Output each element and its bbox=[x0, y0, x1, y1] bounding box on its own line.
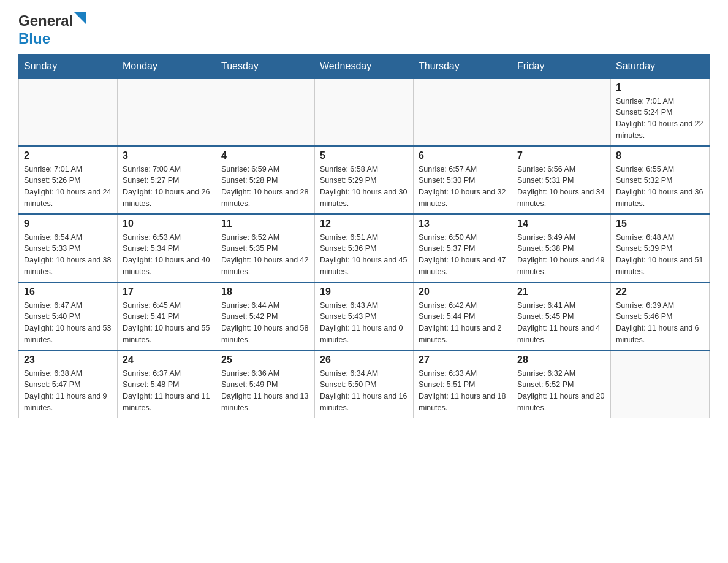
calendar-cell: 20Sunrise: 6:42 AMSunset: 5:44 PMDayligh… bbox=[414, 282, 512, 350]
calendar-cell bbox=[118, 78, 216, 146]
calendar-cell: 15Sunrise: 6:48 AMSunset: 5:39 PMDayligh… bbox=[611, 214, 710, 282]
calendar-cell: 28Sunrise: 6:32 AMSunset: 5:52 PMDayligh… bbox=[512, 350, 611, 418]
day-number: 9 bbox=[24, 218, 112, 229]
day-info: Sunrise: 7:00 AMSunset: 5:27 PMDaylight:… bbox=[123, 164, 211, 210]
logo-blue-text: Blue bbox=[18, 30, 50, 47]
calendar-cell: 13Sunrise: 6:50 AMSunset: 5:37 PMDayligh… bbox=[414, 214, 512, 282]
logo: General Blue bbox=[18, 12, 86, 48]
calendar-cell: 10Sunrise: 6:53 AMSunset: 5:34 PMDayligh… bbox=[118, 214, 216, 282]
day-info: Sunrise: 6:37 AMSunset: 5:48 PMDaylight:… bbox=[123, 368, 211, 414]
day-info: Sunrise: 6:44 AMSunset: 5:42 PMDaylight:… bbox=[221, 300, 309, 346]
calendar-table: SundayMondayTuesdayWednesdayThursdayFrid… bbox=[18, 54, 710, 418]
calendar-week-row: 9Sunrise: 6:54 AMSunset: 5:33 PMDaylight… bbox=[19, 214, 710, 282]
day-number: 17 bbox=[123, 286, 211, 297]
weekday-header-row: SundayMondayTuesdayWednesdayThursdayFrid… bbox=[19, 54, 710, 78]
weekday-header-tuesday: Tuesday bbox=[216, 54, 315, 78]
calendar-cell: 19Sunrise: 6:43 AMSunset: 5:43 PMDayligh… bbox=[315, 282, 414, 350]
day-number: 19 bbox=[320, 286, 408, 297]
day-number: 16 bbox=[24, 286, 112, 297]
calendar-cell: 12Sunrise: 6:51 AMSunset: 5:36 PMDayligh… bbox=[315, 214, 414, 282]
day-info: Sunrise: 6:59 AMSunset: 5:28 PMDaylight:… bbox=[221, 164, 309, 210]
day-info: Sunrise: 6:39 AMSunset: 5:46 PMDaylight:… bbox=[616, 300, 704, 346]
day-info: Sunrise: 7:01 AMSunset: 5:26 PMDaylight:… bbox=[24, 164, 112, 210]
day-number: 21 bbox=[517, 286, 605, 297]
calendar-cell bbox=[512, 78, 611, 146]
weekday-header-wednesday: Wednesday bbox=[315, 54, 414, 78]
calendar-cell: 4Sunrise: 6:59 AMSunset: 5:28 PMDaylight… bbox=[216, 146, 315, 214]
day-info: Sunrise: 6:38 AMSunset: 5:47 PMDaylight:… bbox=[24, 368, 112, 414]
day-info: Sunrise: 6:56 AMSunset: 5:31 PMDaylight:… bbox=[517, 164, 605, 210]
day-info: Sunrise: 6:47 AMSunset: 5:40 PMDaylight:… bbox=[24, 300, 112, 346]
day-info: Sunrise: 6:42 AMSunset: 5:44 PMDaylight:… bbox=[419, 300, 507, 346]
weekday-header-monday: Monday bbox=[118, 54, 216, 78]
day-info: Sunrise: 6:52 AMSunset: 5:35 PMDaylight:… bbox=[221, 232, 309, 278]
day-number: 5 bbox=[320, 150, 408, 161]
day-number: 24 bbox=[123, 354, 211, 366]
day-info: Sunrise: 6:53 AMSunset: 5:34 PMDaylight:… bbox=[123, 232, 211, 278]
calendar-week-row: 16Sunrise: 6:47 AMSunset: 5:40 PMDayligh… bbox=[19, 282, 710, 350]
calendar-cell: 3Sunrise: 7:00 AMSunset: 5:27 PMDaylight… bbox=[118, 146, 216, 214]
day-info: Sunrise: 6:50 AMSunset: 5:37 PMDaylight:… bbox=[419, 232, 507, 278]
calendar-cell: 2Sunrise: 7:01 AMSunset: 5:26 PMDaylight… bbox=[19, 146, 118, 214]
day-info: Sunrise: 6:49 AMSunset: 5:38 PMDaylight:… bbox=[517, 232, 605, 278]
calendar-week-row: 23Sunrise: 6:38 AMSunset: 5:47 PMDayligh… bbox=[19, 350, 710, 418]
calendar-week-row: 1Sunrise: 7:01 AMSunset: 5:24 PMDaylight… bbox=[19, 78, 710, 146]
calendar-cell: 16Sunrise: 6:47 AMSunset: 5:40 PMDayligh… bbox=[19, 282, 118, 350]
day-info: Sunrise: 6:43 AMSunset: 5:43 PMDaylight:… bbox=[320, 300, 408, 346]
day-number: 22 bbox=[616, 286, 704, 297]
day-info: Sunrise: 6:57 AMSunset: 5:30 PMDaylight:… bbox=[419, 164, 507, 210]
calendar-cell: 27Sunrise: 6:33 AMSunset: 5:51 PMDayligh… bbox=[414, 350, 512, 418]
calendar-cell: 21Sunrise: 6:41 AMSunset: 5:45 PMDayligh… bbox=[512, 282, 611, 350]
calendar-header: SundayMondayTuesdayWednesdayThursdayFrid… bbox=[19, 54, 710, 78]
day-info: Sunrise: 6:48 AMSunset: 5:39 PMDaylight:… bbox=[616, 232, 704, 278]
calendar-cell: 11Sunrise: 6:52 AMSunset: 5:35 PMDayligh… bbox=[216, 214, 315, 282]
day-info: Sunrise: 6:33 AMSunset: 5:51 PMDaylight:… bbox=[419, 368, 507, 414]
weekday-header-sunday: Sunday bbox=[19, 54, 118, 78]
weekday-header-saturday: Saturday bbox=[611, 54, 710, 78]
calendar-cell: 22Sunrise: 6:39 AMSunset: 5:46 PMDayligh… bbox=[611, 282, 710, 350]
day-number: 8 bbox=[616, 150, 704, 161]
page-header: General Blue bbox=[18, 12, 710, 48]
day-info: Sunrise: 6:32 AMSunset: 5:52 PMDaylight:… bbox=[517, 368, 605, 414]
day-number: 25 bbox=[221, 354, 309, 366]
svg-marker-0 bbox=[74, 12, 86, 25]
calendar-week-row: 2Sunrise: 7:01 AMSunset: 5:26 PMDaylight… bbox=[19, 146, 710, 214]
calendar-cell: 14Sunrise: 6:49 AMSunset: 5:38 PMDayligh… bbox=[512, 214, 611, 282]
calendar-cell: 17Sunrise: 6:45 AMSunset: 5:41 PMDayligh… bbox=[118, 282, 216, 350]
logo-container: General Blue bbox=[18, 12, 86, 48]
day-number: 15 bbox=[616, 218, 704, 229]
logo-general-text: General bbox=[18, 12, 73, 30]
day-info: Sunrise: 6:41 AMSunset: 5:45 PMDaylight:… bbox=[517, 300, 605, 346]
day-number: 3 bbox=[123, 150, 211, 161]
day-number: 10 bbox=[123, 218, 211, 229]
day-number: 14 bbox=[517, 218, 605, 229]
calendar-cell: 26Sunrise: 6:34 AMSunset: 5:50 PMDayligh… bbox=[315, 350, 414, 418]
day-info: Sunrise: 6:45 AMSunset: 5:41 PMDaylight:… bbox=[123, 300, 211, 346]
day-number: 11 bbox=[221, 218, 309, 229]
weekday-header-thursday: Thursday bbox=[414, 54, 512, 78]
calendar-cell bbox=[19, 78, 118, 146]
day-info: Sunrise: 6:51 AMSunset: 5:36 PMDaylight:… bbox=[320, 232, 408, 278]
day-number: 26 bbox=[320, 354, 408, 366]
calendar-cell: 9Sunrise: 6:54 AMSunset: 5:33 PMDaylight… bbox=[19, 214, 118, 282]
day-info: Sunrise: 6:58 AMSunset: 5:29 PMDaylight:… bbox=[320, 164, 408, 210]
day-number: 7 bbox=[517, 150, 605, 161]
calendar-cell: 25Sunrise: 6:36 AMSunset: 5:49 PMDayligh… bbox=[216, 350, 315, 418]
day-number: 6 bbox=[419, 150, 507, 161]
day-number: 20 bbox=[419, 286, 507, 297]
day-number: 27 bbox=[419, 354, 507, 366]
logo-arrow-icon bbox=[74, 12, 86, 25]
calendar-cell bbox=[315, 78, 414, 146]
calendar-cell: 23Sunrise: 6:38 AMSunset: 5:47 PMDayligh… bbox=[19, 350, 118, 418]
day-number: 13 bbox=[419, 218, 507, 229]
day-number: 2 bbox=[24, 150, 112, 161]
day-info: Sunrise: 6:34 AMSunset: 5:50 PMDaylight:… bbox=[320, 368, 408, 414]
day-number: 1 bbox=[616, 82, 704, 93]
day-number: 23 bbox=[24, 354, 112, 366]
calendar-cell bbox=[611, 350, 710, 418]
day-info: Sunrise: 6:36 AMSunset: 5:49 PMDaylight:… bbox=[221, 368, 309, 414]
calendar-cell: 8Sunrise: 6:55 AMSunset: 5:32 PMDaylight… bbox=[611, 146, 710, 214]
day-number: 12 bbox=[320, 218, 408, 229]
calendar-cell: 7Sunrise: 6:56 AMSunset: 5:31 PMDaylight… bbox=[512, 146, 611, 214]
day-info: Sunrise: 6:54 AMSunset: 5:33 PMDaylight:… bbox=[24, 232, 112, 278]
